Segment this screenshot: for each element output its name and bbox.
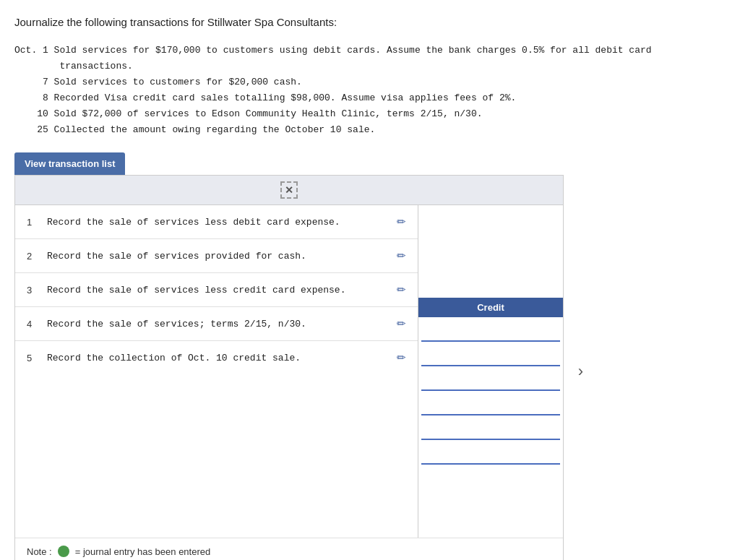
edit-icon[interactable]: ✏ [397,249,406,262]
table-row: 5 Record the collection of Oct. 10 credi… [15,341,418,374]
row-number: 2 [27,251,38,262]
table-row: 3 Record the sale of services less credi… [15,273,418,307]
table-row: 2 Record the sale of services provided f… [15,239,418,273]
left-section: 1 Record the sale of services less debit… [15,205,418,538]
row-number: 3 [27,285,38,296]
credit-input-6[interactable] [421,441,560,463]
credit-input-2[interactable] [421,343,560,365]
row-number: 5 [27,353,38,363]
chevron-right-icon[interactable]: › [578,362,583,381]
edit-icon[interactable]: ✏ [397,215,406,228]
main-panel: ✕ 1 Record the sale of services less deb… [14,175,564,560]
row-label: Record the collection of Oct. 10 credit … [47,353,388,363]
row-label: Record the sale of services provided for… [47,251,388,262]
edit-icon[interactable]: ✏ [397,317,406,330]
note-label: Note : [27,546,52,557]
page-title: Journalize the following transactions fo… [14,14,726,31]
credit-rows [418,317,563,538]
close-icon[interactable]: ✕ [280,181,298,199]
credit-header: Credit [418,298,563,317]
row-label: Record the sale of services less credit … [47,285,388,296]
note-section: Note : = journal entry has been entered [15,538,563,560]
note-text: = journal entry has been entered [75,546,211,557]
transactions-text: Oct. 1 Sold services for $170,000 to cus… [14,43,726,139]
edit-icon[interactable]: ✏ [397,283,406,296]
row-label: Record the sale of services less debit c… [47,217,388,228]
credit-input-1[interactable] [421,319,560,340]
row-number: 1 [27,217,38,228]
credit-input-4[interactable] [421,392,560,414]
credit-input-3[interactable] [421,368,560,389]
panel-header: ✕ [15,176,563,205]
row-label: Record the sale of services; terms 2/15,… [47,319,388,329]
view-transaction-list-button[interactable]: View transaction list [14,152,125,175]
right-section: Credit › [418,205,563,538]
credit-input-5[interactable] [421,417,560,439]
table-row: 4 Record the sale of services; terms 2/1… [15,307,418,341]
edit-icon[interactable]: ✏ [397,351,406,364]
row-number: 4 [27,319,38,329]
table-row: 1 Record the sale of services less debit… [15,205,418,239]
green-dot-icon [58,546,69,557]
